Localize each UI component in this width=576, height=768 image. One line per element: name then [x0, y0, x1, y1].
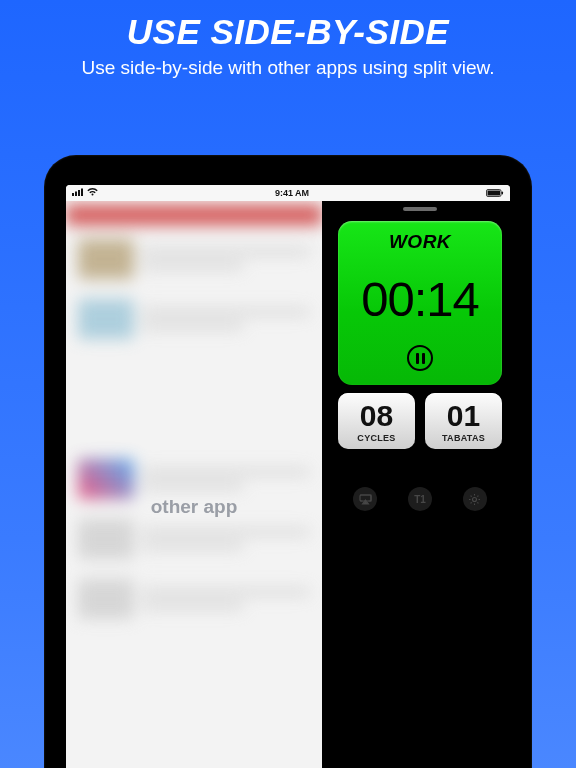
mini-controls: T1	[338, 487, 502, 511]
tabatas-card[interactable]: 01 TABATAS	[425, 393, 502, 449]
wifi-icon	[87, 188, 98, 198]
time-display: 00:14	[361, 271, 479, 327]
cycles-value: 08	[342, 401, 411, 431]
work-panel: WORK 00:14	[338, 221, 502, 385]
preset-t1-button[interactable]: T1	[408, 487, 432, 511]
timer-app-pane: WORK 00:14 08 CYCLES 01 TABATAS	[330, 201, 510, 768]
status-bar: 9:41 AM	[66, 185, 510, 201]
ipad-screen: 9:41 AM	[66, 185, 510, 768]
left-app-pane: other app	[66, 201, 322, 768]
promo-title: USE SIDE-BY-SIDE	[30, 12, 546, 52]
left-app-content: other app	[66, 201, 322, 768]
gear-icon[interactable]	[463, 487, 487, 511]
counters-row: 08 CYCLES 01 TABATAS	[338, 393, 502, 449]
split-view: other app	[66, 201, 510, 768]
other-app-label: other app	[151, 496, 238, 518]
promo-header: USE SIDE-BY-SIDE Use side-by-side with o…	[0, 0, 576, 89]
svg-rect-0	[72, 193, 74, 196]
svg-rect-1	[75, 192, 77, 197]
airplay-icon[interactable]	[353, 487, 377, 511]
svg-rect-2	[78, 190, 80, 196]
svg-rect-5	[488, 191, 501, 196]
status-time: 9:41 AM	[275, 188, 309, 198]
pause-button[interactable]	[407, 345, 433, 371]
state-label: WORK	[389, 231, 451, 253]
promo-subtitle: Use side-by-side with other apps using s…	[30, 56, 546, 81]
ipad-frame: 9:41 AM	[44, 155, 532, 768]
grab-handle-icon[interactable]	[403, 207, 437, 211]
svg-point-9	[473, 497, 477, 501]
svg-rect-6	[502, 192, 504, 195]
signal-icon	[72, 188, 84, 198]
tabatas-value: 01	[429, 401, 498, 431]
cycles-label: CYCLES	[342, 433, 411, 443]
svg-rect-3	[81, 189, 83, 197]
tabatas-label: TABATAS	[429, 433, 498, 443]
cycles-card[interactable]: 08 CYCLES	[338, 393, 415, 449]
battery-icon	[486, 189, 504, 197]
split-divider[interactable]	[322, 201, 330, 768]
